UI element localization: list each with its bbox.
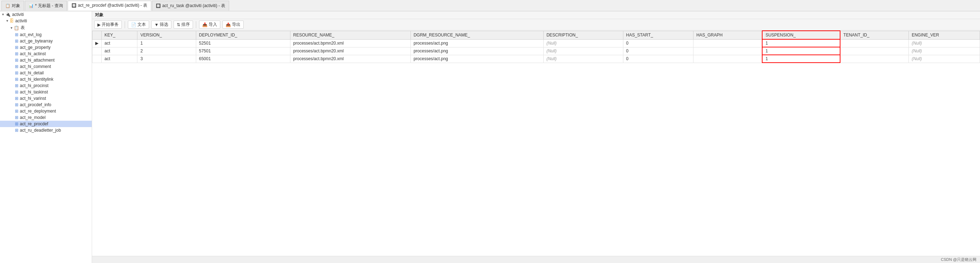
cell-description_: (Null) <box>543 39 623 47</box>
cell-version_: 2 <box>137 47 196 55</box>
table-row-icon: ⊞ <box>15 70 18 75</box>
sidebar-item-act_re_model[interactable]: ⊞ act_re_model <box>0 114 92 121</box>
table-row-icon: ⊞ <box>15 58 18 63</box>
cell-has_graphical_ <box>694 55 762 63</box>
sidebar-item-act_hi_actinst[interactable]: ⊞ act_hi_actinst <box>0 51 92 57</box>
table-icon-tab2: 🔲 <box>156 3 161 8</box>
expand-root[interactable]: ▼ <box>2 13 5 16</box>
cell-has_start_form_key_: 0 <box>623 39 693 47</box>
col-suspension[interactable]: SUSPENSION_ <box>762 31 840 39</box>
table-row[interactable]: act257501processes/act.bpmn20.xmlprocess… <box>92 47 980 55</box>
col-dgrm[interactable]: DGRM_RESOURCE_NAME_ <box>410 31 543 39</box>
cell-suspension_state_: 1 <box>762 55 840 63</box>
table-row-icon: ⊞ <box>15 51 18 56</box>
sidebar-item-act_hi_varinst[interactable]: ⊞ act_hi_varinst <box>0 95 92 101</box>
toolbar: ▶ 开始事务 📄 文本 ▼ 筛选 ⇅ 排序 📥 导入 📤 <box>92 19 980 30</box>
col-key[interactable]: KEY_ <box>102 31 137 39</box>
sidebar-item-act_procdef_info[interactable]: ⊞ act_procdef_info <box>0 101 92 108</box>
sidebar-root[interactable]: ▼ 🔌 activiti <box>0 11 92 18</box>
table-row[interactable]: act365001processes/act.bpmn20.xmlprocess… <box>92 55 980 63</box>
root-icon: 🔌 <box>5 12 11 17</box>
cell-version_: 1 <box>137 39 196 47</box>
table-row-icon: ⊞ <box>15 90 18 95</box>
expand-db[interactable]: ▼ <box>6 19 9 23</box>
text-icon: 📄 <box>131 22 136 27</box>
table-row-icon: ⊞ <box>15 45 18 50</box>
object-bar: 对象 <box>92 11 980 19</box>
sidebar-item-act_hi_identitylink[interactable]: ⊞ act_hi_identitylink <box>0 76 92 82</box>
query-icon: 📊 <box>29 3 33 8</box>
col-tenant[interactable]: TENANT_ID_ <box>840 31 908 39</box>
cell-has_graphical_ <box>694 47 762 55</box>
sidebar-item-act_hi_comment[interactable]: ⊞ act_hi_comment <box>0 63 92 70</box>
cell-deployment_id_: 65001 <box>196 55 290 63</box>
col-has-graph[interactable]: HAS_GRAPH <box>694 31 762 39</box>
toolbar-sep-2 <box>196 21 196 29</box>
col-has-start[interactable]: HAS_START_ <box>623 31 693 39</box>
tab-bar: 📋 对象 📊 * 无标题 - 查询 🔲 act_re_procdef @acti… <box>0 0 980 11</box>
row-indicator <box>92 47 102 55</box>
table-row[interactable]: ▶act152501processes/act.bpmn20.xmlproces… <box>92 39 980 47</box>
table-row-icon: ⊞ <box>15 96 18 101</box>
tab-object[interactable]: 📋 对象 <box>2 1 24 11</box>
table-row-icon: ⊞ <box>15 77 18 82</box>
cell-description_: (Null) <box>543 47 623 55</box>
expand-tables[interactable]: ▼ <box>10 26 13 30</box>
cell-dgrm_resource_name_: processes/act.png <box>410 47 543 55</box>
btn-start-transaction[interactable]: ▶ 开始事务 <box>94 21 122 29</box>
tab-query[interactable]: 📊 * 无标题 - 查询 <box>25 1 67 11</box>
col-deployment[interactable]: DEPLOYMENT_ID_ <box>196 31 290 39</box>
col-arrow <box>92 31 102 39</box>
btn-text[interactable]: 📄 文本 <box>128 21 149 29</box>
tab-task[interactable]: 🔲 act_ru_task @activiti (activiti) - 表 <box>152 1 229 11</box>
cell-tenant_id_ <box>840 55 908 63</box>
row-indicator: ▶ <box>92 39 102 47</box>
cell-resource_name_: processes/act.bpmn20.xml <box>290 39 410 47</box>
btn-import[interactable]: 📥 导入 <box>199 21 220 29</box>
table-row-icon: ⊞ <box>15 115 18 120</box>
tab-procdef[interactable]: 🔲 act_re_procdef @activiti (activiti) - … <box>68 1 151 11</box>
table-container[interactable]: KEY_ VERSION_ DEPLOYMENT_ID_ RESOURCE_NA… <box>92 30 980 256</box>
cell-dgrm_resource_name_: processes/act.png <box>410 39 543 47</box>
table-row-icon: ⊞ <box>15 83 18 88</box>
table-row-icon: ⊞ <box>15 109 18 114</box>
col-resource[interactable]: RESOURCE_NAME_ <box>290 31 410 39</box>
sidebar-item-act_re_deployment[interactable]: ⊞ act_re_deployment <box>0 108 92 114</box>
sidebar-item-act_ge_bytearray[interactable]: ⊞ act_ge_bytearray <box>0 38 92 44</box>
sidebar-db-label: activiti <box>15 18 27 23</box>
sidebar-root-label: activiti <box>12 12 24 17</box>
row-indicator <box>92 55 102 63</box>
sidebar-item-act_hi_detail[interactable]: ⊞ act_hi_detail <box>0 70 92 76</box>
sidebar-db[interactable]: ▼ 🗄 activiti <box>0 18 92 24</box>
cell-has_start_form_key_: 0 <box>623 55 693 63</box>
col-description[interactable]: DESCRIPTION_ <box>543 31 623 39</box>
cell-has_start_form_key_: 0 <box>623 47 693 55</box>
export-icon: 📤 <box>226 22 231 27</box>
table-row-icon: ⊞ <box>15 128 18 133</box>
cell-engine_version_: (Null) <box>909 39 980 47</box>
btn-export[interactable]: 📤 导出 <box>223 21 244 29</box>
cell-deployment_id_: 52501 <box>196 39 290 47</box>
status-bar: CSDN @只是晓云网 <box>92 256 980 263</box>
sidebar-item-act_evt_log[interactable]: ⊞ act_evt_log <box>0 32 92 38</box>
cell-has_graphical_ <box>694 39 762 47</box>
btn-sort[interactable]: ⇅ 排序 <box>173 21 193 29</box>
cell-tenant_id_ <box>840 47 908 55</box>
cell-resource_name_: processes/act.bpmn20.xml <box>290 55 410 63</box>
right-content: 对象 ▶ 开始事务 📄 文本 ▼ 筛选 ⇅ 排序 📥 <box>92 11 980 263</box>
sidebar-tables-section[interactable]: ▼ 📋 表 <box>0 24 92 32</box>
sidebar-item-act_ru_deadletter_job[interactable]: ⊞ act_ru_deadletter_job <box>0 127 92 133</box>
sidebar-item-act_hi_taskinst[interactable]: ⊞ act_hi_taskinst <box>0 89 92 95</box>
sidebar-item-act_ge_property[interactable]: ⊞ act_ge_property <box>0 44 92 51</box>
sidebar-item-act_re_procdef[interactable]: ⊞ act_re_procdef <box>0 121 92 127</box>
col-engine[interactable]: ENGINE_VER <box>909 31 980 39</box>
cell-resource_name_: processes/act.bpmn20.xml <box>290 47 410 55</box>
sidebar-item-act_hi_procinst[interactable]: ⊞ act_hi_procinst <box>0 82 92 89</box>
btn-filter[interactable]: ▼ 筛选 <box>151 21 172 29</box>
table-row-icon: ⊞ <box>15 102 18 107</box>
cell-dgrm_resource_name_: processes/act.png <box>410 55 543 63</box>
cell-engine_version_: (Null) <box>909 55 980 63</box>
col-version[interactable]: VERSION_ <box>137 31 196 39</box>
sidebar-item-act_hi_attachment[interactable]: ⊞ act_hi_attachment <box>0 57 92 63</box>
cell-description_: (Null) <box>543 55 623 63</box>
